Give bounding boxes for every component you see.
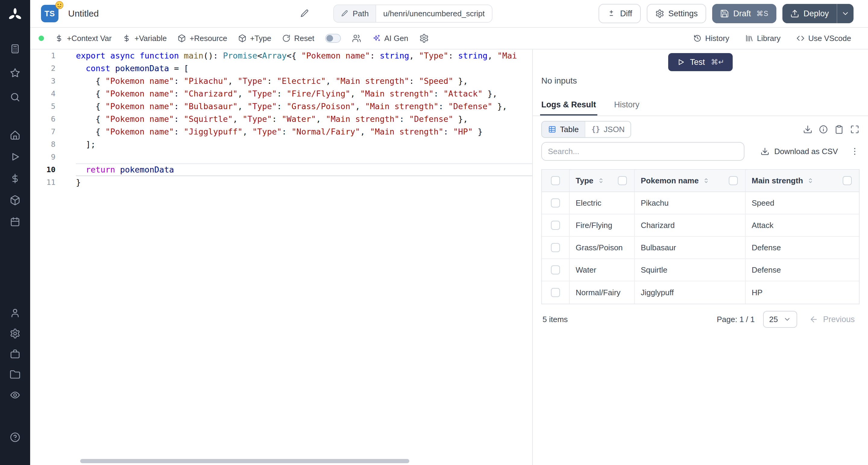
sidebar-item-user user-icon[interactable] xyxy=(10,308,21,318)
select-all-checkbox[interactable] xyxy=(551,176,560,185)
sidebar-item-search search-icon[interactable] xyxy=(10,92,21,103)
code-line-7[interactable]: 7 { "Pokemon name": "Jigglypuff", "Type"… xyxy=(30,125,532,138)
search-input[interactable] xyxy=(541,142,744,161)
column-header-type[interactable]: Type xyxy=(569,170,635,192)
settings-button[interactable]: Settings xyxy=(647,4,707,23)
table-row[interactable]: Normal/FairyJigglypuffHP xyxy=(542,281,859,304)
code-line-1[interactable]: 1export async function main(): Promise<A… xyxy=(30,50,532,62)
sidebar-logo windmill-logo-icon[interactable] xyxy=(7,7,23,23)
header-actions: Diff Settings Draft ⌘S Deploy xyxy=(598,4,854,23)
code-line-10[interactable]: 10 return pokemonData xyxy=(30,164,532,176)
row-select-cell xyxy=(542,214,569,236)
gear-icon xyxy=(655,9,664,18)
sidebar-item-calendar calendar-icon[interactable] xyxy=(10,216,21,227)
code-editor[interactable]: 1export async function main(): Promise<A… xyxy=(30,50,533,465)
table-cell: Electric xyxy=(569,192,635,214)
ai-gen-button[interactable]: AI Gen xyxy=(372,34,408,43)
sidebar-item-help help-icon[interactable] xyxy=(10,432,21,443)
sidebar-item-dollar dollar-icon[interactable] xyxy=(10,173,21,184)
multiplayer-toggle[interactable] xyxy=(325,34,341,43)
add-resource-button[interactable]: +Resource xyxy=(178,34,227,43)
sidebar-item-settings settings-icon[interactable] xyxy=(10,328,21,339)
page-indicator: Page: 1 / 1 xyxy=(717,315,755,324)
sidebar-item-calculator calculator-icon[interactable] xyxy=(10,43,21,54)
column-checkbox[interactable] xyxy=(618,176,627,185)
tab-history[interactable]: History xyxy=(613,96,641,116)
line-content: { "Pokemon name": "Jigglypuff", "Type": … xyxy=(76,125,532,138)
code-line-11[interactable]: 11} xyxy=(30,176,532,189)
page-size-select[interactable]: 25 xyxy=(763,311,797,328)
code-line-8[interactable]: 8 ]; xyxy=(30,138,532,151)
test-shortcut: ⌘↵ xyxy=(711,58,724,66)
sidebar xyxy=(0,0,30,465)
row-select-cell xyxy=(542,192,569,214)
previous-page-button[interactable]: Previous xyxy=(806,314,858,325)
table-cell: Jigglypuff xyxy=(635,281,746,304)
add-variable-button[interactable]: +Variable xyxy=(122,34,167,43)
table-row[interactable]: Fire/FlyingCharizardAttack xyxy=(542,214,859,237)
path-pill[interactable]: Path u/henri/unencumbered_script xyxy=(333,4,493,23)
column-checkbox[interactable] xyxy=(729,176,738,185)
deploy-button[interactable]: Deploy xyxy=(782,4,837,23)
code-line-4[interactable]: 4 { "Pokemon name": "Charizard", "Type":… xyxy=(30,87,532,100)
sidebar-item-briefcase briefcase-icon[interactable] xyxy=(10,349,21,359)
table-row[interactable]: ElectricPikachuSpeed xyxy=(542,192,859,214)
users-icon[interactable] xyxy=(352,33,361,43)
editor-horizontal-scrollbar[interactable] xyxy=(80,459,409,463)
code-lines: 1export async function main(): Promise<A… xyxy=(30,50,532,189)
view-json-button[interactable]: {} JSON xyxy=(585,121,630,137)
use-vscode-button[interactable]: Use VScode xyxy=(796,34,851,43)
code-line-6[interactable]: 6 { "Pokemon name": "Squirtle", "Type": … xyxy=(30,113,532,125)
sidebar-item-star star-icon[interactable] xyxy=(10,67,21,79)
row-checkbox[interactable] xyxy=(551,198,560,207)
test-button[interactable]: Test ⌘↵ xyxy=(668,53,733,71)
diff-button[interactable]: Diff xyxy=(598,4,641,23)
sidebar-item-play play-icon[interactable] xyxy=(10,151,21,162)
row-checkbox[interactable] xyxy=(551,265,560,274)
items-count: 5 items xyxy=(542,315,568,324)
editor-settings-gear-icon[interactable] xyxy=(419,33,429,43)
edit-title-pencil-icon[interactable] xyxy=(300,9,309,19)
info-icon[interactable] xyxy=(818,124,828,134)
result-panel: Test ⌘↵ No inputs Logs & Result History xyxy=(533,50,868,465)
reset-button[interactable]: Reset xyxy=(282,34,314,43)
column-checkbox[interactable] xyxy=(843,176,852,185)
sort-icon[interactable] xyxy=(597,177,605,184)
download-csv-button[interactable]: Download as CSV xyxy=(761,147,838,156)
expand-icon[interactable] xyxy=(850,124,860,134)
sort-icon[interactable] xyxy=(702,177,710,184)
sidebar-item-folder folder-icon[interactable] xyxy=(10,369,21,380)
path-label-segment[interactable]: Path xyxy=(334,5,376,22)
row-checkbox[interactable] xyxy=(551,221,560,230)
view-table-button[interactable]: Table xyxy=(542,121,585,137)
add-context-var-button[interactable]: +Context Var xyxy=(55,34,112,43)
row-checkbox[interactable] xyxy=(551,243,560,252)
draft-button[interactable]: Draft ⌘S xyxy=(712,4,776,23)
library-button[interactable]: Library xyxy=(745,34,781,43)
deploy-button-group: Deploy xyxy=(782,4,854,23)
download-result-icon[interactable] xyxy=(803,124,812,134)
history-button[interactable]: History xyxy=(693,34,730,43)
code-line-9[interactable]: 9 xyxy=(30,151,532,164)
deploy-dropdown-button[interactable] xyxy=(837,4,854,23)
sidebar-item-home home-icon[interactable] xyxy=(10,130,21,141)
code-line-3[interactable]: 3 { "Pokemon name": "Pikachu", "Type": "… xyxy=(30,75,532,87)
row-checkbox[interactable] xyxy=(551,288,560,297)
sort-icon[interactable] xyxy=(807,177,814,184)
table-row[interactable]: Grass/PoisonBulbasaurDefense xyxy=(542,237,859,259)
content-split: 1export async function main(): Promise<A… xyxy=(30,50,868,465)
sidebar-item-package package-icon[interactable] xyxy=(10,195,21,206)
chevron-down-icon xyxy=(841,9,849,18)
table-row[interactable]: WaterSquirtleDefense xyxy=(542,259,859,281)
code-line-2[interactable]: 2 const pokemonData = [ xyxy=(30,62,532,75)
code-line-5[interactable]: 5 { "Pokemon name": "Bulbasaur", "Type":… xyxy=(30,100,532,113)
column-header-pokemon-name[interactable]: Pokemon name xyxy=(635,170,746,192)
add-type-button[interactable]: +Type xyxy=(238,34,271,43)
line-number: 6 xyxy=(30,113,56,125)
tab-logs-result[interactable]: Logs & Result xyxy=(540,96,597,116)
result-action-icons xyxy=(803,124,860,134)
column-header-main-strength[interactable]: Main strength xyxy=(746,170,859,192)
more-options-kebab-icon[interactable] xyxy=(850,147,860,156)
sidebar-item-eye eye-icon[interactable] xyxy=(10,389,21,401)
copy-to-clipboard-icon[interactable] xyxy=(834,124,844,134)
